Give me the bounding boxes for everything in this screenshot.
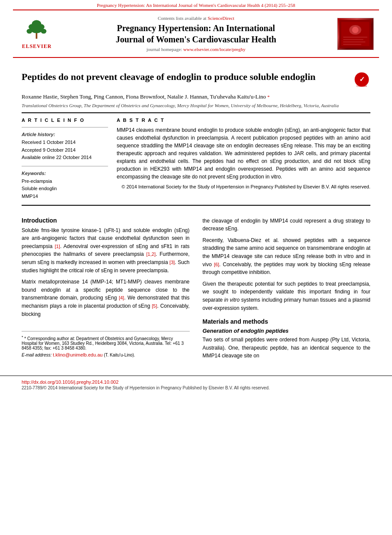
elsevier-logo-section: ELSEVIER <box>13 14 61 54</box>
section-divider-body <box>22 205 370 206</box>
intro-cont-para-1: the cleavage of endoglin by MMP14 could … <box>203 217 371 233</box>
intro-cont-para-3: Given the therapeutic potential for such… <box>203 280 371 312</box>
contents-line: Contents lists available at ScienceDirec… <box>65 16 327 21</box>
journal-full-title: Pregnancy Hypertension: An International… <box>65 22 327 45</box>
ref-1: [1] <box>55 244 60 249</box>
abstract-heading: A B S T R A C T <box>117 118 370 123</box>
svg-rect-15 <box>343 44 361 45</box>
svg-point-11 <box>352 26 359 33</box>
footnote-email-link[interactable]: t.klino@unimelb.edu.au <box>53 352 102 357</box>
svg-point-7 <box>31 27 42 33</box>
svg-rect-13 <box>343 39 363 40</box>
svg-rect-14 <box>343 41 365 42</box>
footnote-star-note: * * Corresponding author at: Department … <box>22 335 190 350</box>
body-right-col: the cleavage of endoglin by MMP14 could … <box>203 210 371 360</box>
history-accepted: Accepted 9 October 2014 <box>22 146 108 154</box>
ref-12: [1,2] <box>147 252 156 257</box>
keywords-label: Keywords: <box>22 171 108 176</box>
article-info-col: A R T I C L E I N F O Article history: R… <box>22 118 108 201</box>
crossmark-badge[interactable]: ✓ CrossMark <box>353 71 370 88</box>
issn-line: 2210-7789/© 2014 International Society f… <box>22 385 370 390</box>
ref-3: [3] <box>169 260 175 265</box>
svg-rect-12 <box>343 37 367 38</box>
intro-cont-para-2: Recently, Valbuena-Diez et al. showed pe… <box>203 236 371 277</box>
footnote-star: * <box>22 335 23 339</box>
doi-line[interactable]: http://dx.doi.org/10.1016/j.preghy.2014.… <box>22 379 370 385</box>
body-left-col: Introduction Soluble fms-like tyrosine k… <box>22 210 190 360</box>
introduction-section: Introduction Soluble fms-like tyrosine k… <box>22 217 190 318</box>
keyword-3: MMP14 <box>22 193 108 201</box>
elsevier-brand-text: ELSEVIER <box>22 43 52 50</box>
top-banner-text: Pregnancy Hypertension: An International… <box>97 3 295 8</box>
crossmark-icon: ✓ CrossMark <box>354 71 370 88</box>
page-footer: http://dx.doi.org/10.1016/j.preghy.2014.… <box>0 376 392 394</box>
journal-header: ELSEVIER Contents lists available at Sci… <box>13 10 379 58</box>
elsevier-logo: ELSEVIER <box>22 18 52 50</box>
authors: Roxanne Hastie, Stephen Tong, Ping Canno… <box>22 93 370 100</box>
keywords-divider <box>22 166 108 166</box>
abstract-copyright: © 2014 International Society for the Stu… <box>117 184 370 189</box>
article-history-label: Article history: <box>22 132 108 137</box>
intro-continuation: the cleavage of endoglin by MMP14 could … <box>203 217 371 312</box>
section-divider-top <box>22 112 370 113</box>
ref-5: [5] <box>152 303 157 309</box>
intro-para-1: Soluble fms-like tyrosine kinase-1 (sFlt… <box>22 226 190 275</box>
endoglin-peptides-subtitle: Generation of endoglin peptides <box>203 328 371 334</box>
affiliation: Translational Obstetrics Group, The Depa… <box>22 103 370 108</box>
body-two-col: Introduction Soluble fms-like tyrosine k… <box>22 210 370 360</box>
footnote-area: * * Corresponding author at: Department … <box>22 331 190 357</box>
article-title: Peptides do not prevent cleavage of endo… <box>22 71 347 83</box>
keyword-2: Soluble endoglin <box>22 185 108 193</box>
intro-para-2: Matrix metalloproteinase 14 (MMP-14; MT1… <box>22 278 190 318</box>
keyword-1: Pre-eclampsia <box>22 178 108 185</box>
ref-4: [4] <box>119 295 124 300</box>
article-content: Peptides do not prevent cleavage of endo… <box>0 58 392 369</box>
footnote-email: E-mail address: t.klino@unimelb.edu.au (… <box>22 352 190 357</box>
article-title-section: Peptides do not prevent cleavage of endo… <box>22 67 370 88</box>
author-star: * <box>268 94 270 99</box>
info-abstract-section: A R T I C L E I N F O Article history: R… <box>22 118 370 201</box>
journal-homepage-link[interactable]: www.elsevier.com/locate/preghy <box>183 47 245 52</box>
abstract-col: A B S T R A C T MMP14 cleaves membrane b… <box>117 118 370 201</box>
journal-cover-image <box>337 18 374 50</box>
ref-6: [6] <box>214 262 219 267</box>
elsevier-tree-icon <box>25 18 48 42</box>
article-info-heading: A R T I C L E I N F O <box>22 118 108 123</box>
materials-methods-title: Materials and methods <box>203 318 371 325</box>
journal-homepage: journal homepage: www.elsevier.com/locat… <box>65 47 327 52</box>
svg-text:CrossMark: CrossMark <box>357 85 367 87</box>
cover-svg <box>338 20 373 48</box>
journal-cover-section <box>331 14 379 54</box>
introduction-title: Introduction <box>22 217 190 224</box>
info-divider <box>22 127 108 127</box>
journal-title-section: Contents lists available at ScienceDirec… <box>61 14 331 54</box>
materials-methods-section: Materials and methods Generation of endo… <box>203 318 371 360</box>
top-banner: Pregnancy Hypertension: An International… <box>0 0 392 10</box>
history-received: Received 1 October 2014 <box>22 139 108 146</box>
materials-para-1: Two sets of small peptides were ordered … <box>203 336 371 360</box>
history-online: Available online 22 October 2014 <box>22 154 108 162</box>
sciencedirect-link[interactable]: ScienceDirect <box>207 16 234 21</box>
abstract-body: MMP14 cleaves membrane bound endoglin to… <box>117 126 370 181</box>
svg-text:✓: ✓ <box>359 76 365 83</box>
